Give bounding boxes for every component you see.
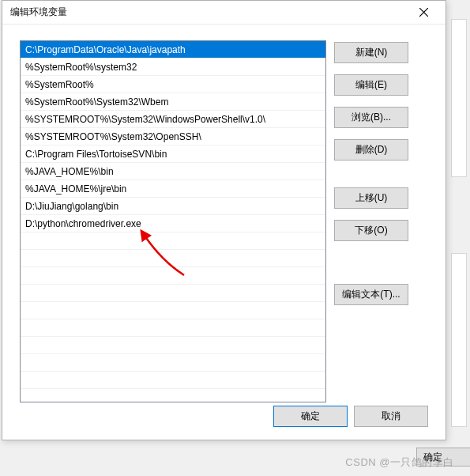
path-list-item-empty[interactable] (21, 232, 325, 250)
edit-text-button[interactable]: 编辑文本(T)... (334, 284, 408, 305)
move-down-button[interactable]: 下移(O) (334, 220, 408, 241)
path-list-item[interactable]: D:\JiuJiang\golang\bin (21, 198, 325, 215)
watermark-text: CSDN @一只鸽的李白 (345, 455, 454, 470)
close-icon (419, 8, 428, 17)
edit-button[interactable]: 编辑(E) (334, 74, 408, 96)
path-list-item-empty[interactable] (21, 319, 325, 337)
close-button[interactable] (408, 2, 439, 24)
path-list-item[interactable]: %SystemRoot%\system32 (21, 59, 325, 76)
path-list-item-empty[interactable] (21, 285, 325, 302)
path-list-item-empty[interactable] (21, 250, 325, 267)
path-list-item[interactable]: %SYSTEMROOT%\System32\OpenSSH\ (21, 128, 325, 145)
path-list-item-empty[interactable] (21, 337, 325, 354)
path-list-item[interactable]: D:\python\chromedriver.exe (21, 215, 325, 232)
path-list-item[interactable]: C:\ProgramData\Oracle\Java\javapath (21, 41, 325, 59)
path-list-item[interactable]: %JAVA_HOME%\jre\bin (21, 180, 325, 198)
path-list-item-empty[interactable] (21, 354, 325, 372)
ok-button[interactable]: 确定 (273, 406, 348, 427)
path-list-item-empty[interactable] (21, 372, 325, 389)
move-up-button[interactable]: 上移(U) (334, 187, 408, 209)
path-list-item-empty[interactable] (21, 302, 325, 319)
new-button[interactable]: 新建(N) (334, 42, 408, 63)
footer-buttons: 确定 取消 (273, 406, 428, 427)
button-column: 新建(N) 编辑(E) 浏览(B)... 删除(D) 上移(U) 下移(O) 编… (334, 40, 408, 429)
titlebar: 编辑环境变量 (2, 1, 446, 25)
dialog-title: 编辑环境变量 (10, 6, 408, 19)
delete-button[interactable]: 删除(D) (334, 139, 408, 161)
path-list-item-empty[interactable] (21, 267, 325, 285)
path-list-item[interactable]: %SystemRoot%\System32\Wbem (21, 93, 325, 111)
path-list-item[interactable]: %SystemRoot% (21, 76, 325, 93)
edit-env-var-dialog: 编辑环境变量 C:\ProgramData\Oracle\Java\javapa… (2, 0, 446, 440)
path-list-item[interactable]: %JAVA_HOME%\bin (21, 163, 325, 180)
path-list-item[interactable]: C:\Program Files\TortoiseSVN\bin (21, 145, 325, 163)
path-list-item[interactable]: %SYSTEMROOT%\System32\WindowsPowerShell\… (21, 111, 325, 128)
browse-button[interactable]: 浏览(B)... (334, 107, 408, 128)
path-list[interactable]: C:\ProgramData\Oracle\Java\javapath%Syst… (20, 40, 326, 402)
cancel-button[interactable]: 取消 (354, 406, 428, 427)
